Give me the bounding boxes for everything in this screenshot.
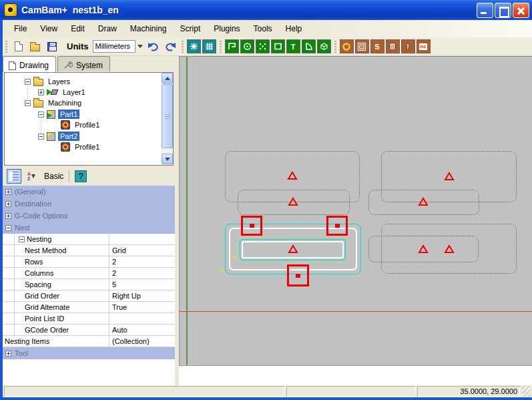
category-nest[interactable]: Nest bbox=[3, 222, 175, 234]
tab-drawing[interactable]: Drawing bbox=[3, 56, 56, 72]
mop-engrave-button[interactable]: S bbox=[370, 39, 384, 53]
expand-icon[interactable] bbox=[5, 189, 11, 195]
tree-scrollbar[interactable] bbox=[162, 73, 173, 165]
categorized-view-button[interactable] bbox=[7, 169, 21, 184]
tree-node-label[interactable]: Profile1 bbox=[73, 120, 101, 130]
expand-icon[interactable] bbox=[5, 201, 11, 207]
category-gcode-options[interactable]: G-Code Options bbox=[3, 210, 175, 222]
draw-rectangle-button[interactable] bbox=[271, 39, 285, 53]
snap-to-points-button[interactable] bbox=[187, 39, 201, 53]
property-row-point-list-id[interactable]: Point List ID bbox=[3, 313, 175, 325]
property-row-nesting[interactable]: Nesting bbox=[3, 234, 175, 245]
title-bar[interactable]: CamBam+ nest1b_en bbox=[0, 0, 532, 20]
menu-view[interactable]: View bbox=[34, 21, 63, 36]
mop-drill-button[interactable] bbox=[386, 39, 400, 53]
alphabetical-view-button[interactable]: AZ bbox=[24, 169, 39, 184]
property-value[interactable]: True bbox=[109, 302, 175, 313]
collapse-icon[interactable] bbox=[38, 134, 44, 140]
property-value[interactable]: 2 bbox=[109, 268, 175, 278]
category-general[interactable]: (General) bbox=[3, 186, 175, 198]
draw-polyline-button[interactable] bbox=[225, 39, 239, 53]
snap-to-grid-button[interactable] bbox=[202, 39, 216, 53]
tree-node-label[interactable]: Part2 bbox=[58, 132, 79, 141]
toolbar-grip[interactable] bbox=[220, 41, 222, 53]
tree-node-part1[interactable]: Part1 bbox=[38, 109, 79, 120]
draw-arc-button[interactable] bbox=[302, 39, 316, 53]
tree-node-machining[interactable]: Machining bbox=[25, 97, 83, 108]
property-row-rows[interactable]: Rows 2 bbox=[3, 256, 175, 268]
toolbar-grip[interactable] bbox=[334, 41, 336, 53]
toolbar-grip[interactable] bbox=[182, 41, 184, 53]
menu-machining[interactable]: Machining bbox=[124, 21, 173, 36]
new-file-button[interactable] bbox=[11, 39, 26, 54]
menu-draw[interactable]: Draw bbox=[92, 21, 123, 36]
tree-node-layer1[interactable]: Layer1 bbox=[38, 87, 87, 97]
menu-script[interactable]: Script bbox=[174, 21, 207, 36]
property-value[interactable]: Right Up bbox=[109, 290, 175, 301]
property-row-columns[interactable]: Columns 2 bbox=[3, 268, 175, 279]
minimize-button[interactable] bbox=[477, 3, 493, 18]
toolbar-grip[interactable] bbox=[5, 41, 7, 53]
expand-icon[interactable] bbox=[5, 213, 11, 219]
property-row-spacing[interactable]: Spacing 5 bbox=[3, 279, 175, 290]
collapse-icon[interactable] bbox=[5, 225, 11, 231]
units-combo-arrow[interactable] bbox=[136, 40, 146, 53]
menu-tools[interactable]: Tools bbox=[248, 21, 278, 36]
units-combobox[interactable]: Millimeters bbox=[93, 40, 136, 53]
generate-gcode-button[interactable]: nc bbox=[417, 39, 431, 53]
undo-button[interactable] bbox=[146, 39, 162, 54]
draw-point-list-button[interactable] bbox=[256, 39, 270, 53]
expand-icon[interactable] bbox=[5, 351, 11, 357]
drawing-tree[interactable]: Layers Layer1 Machining Part1 Profile1 bbox=[4, 72, 174, 166]
tree-node-label[interactable]: Layer1 bbox=[61, 87, 87, 97]
tree-node-part2[interactable]: Part2 bbox=[38, 131, 79, 142]
property-row-grid-alternate[interactable]: Grid Alternate True bbox=[3, 302, 175, 313]
collapse-icon[interactable] bbox=[38, 112, 44, 118]
mop-profile-button[interactable] bbox=[340, 39, 354, 53]
collapse-icon[interactable] bbox=[25, 79, 31, 85]
help-button[interactable]: ? bbox=[75, 170, 87, 182]
menu-edit[interactable]: Edit bbox=[65, 21, 91, 36]
tree-node-profile1b[interactable]: Profile1 bbox=[61, 142, 101, 152]
tree-node-label[interactable]: Machining bbox=[46, 98, 83, 108]
save-file-button[interactable] bbox=[44, 39, 59, 54]
property-row-nest-method[interactable]: Nest Method Grid bbox=[3, 245, 175, 256]
scrollbar-thumb[interactable] bbox=[162, 84, 173, 148]
expand-icon[interactable] bbox=[38, 89, 44, 95]
tree-node-label[interactable]: Part1 bbox=[58, 110, 79, 119]
property-value[interactable]: 5 bbox=[109, 279, 175, 290]
collapse-icon[interactable] bbox=[19, 236, 25, 242]
draw-circle-button[interactable] bbox=[240, 39, 254, 53]
resize-grip[interactable] bbox=[522, 386, 531, 397]
tree-node-profile1[interactable]: Profile1 bbox=[61, 120, 101, 130]
redo-button[interactable] bbox=[163, 39, 178, 54]
tab-system[interactable]: System bbox=[57, 56, 110, 71]
scroll-down-button[interactable] bbox=[162, 154, 173, 164]
collapse-icon[interactable] bbox=[25, 100, 31, 106]
tree-node-layers[interactable]: Layers bbox=[25, 76, 72, 87]
property-value[interactable] bbox=[109, 313, 175, 324]
maximize-button[interactable] bbox=[495, 3, 511, 18]
property-value[interactable]: (Collection) bbox=[109, 336, 175, 347]
property-row-nesting-items[interactable]: Nesting Items (Collection) bbox=[3, 336, 175, 347]
menu-help[interactable]: Help bbox=[280, 21, 308, 36]
property-row-gcode-order[interactable]: GCode Order Auto bbox=[3, 325, 175, 336]
scroll-up-button[interactable] bbox=[162, 73, 173, 83]
mop-pocket-button[interactable] bbox=[355, 39, 369, 53]
open-file-button[interactable] bbox=[27, 39, 43, 54]
drawing-canvas[interactable] bbox=[179, 56, 532, 365]
draw-surface-button[interactable] bbox=[317, 39, 331, 53]
close-button[interactable] bbox=[513, 3, 529, 18]
mop-3dprofile-button[interactable] bbox=[401, 39, 415, 53]
menu-file[interactable]: File bbox=[8, 21, 33, 36]
property-value[interactable] bbox=[109, 234, 175, 244]
category-tool[interactable]: Tool bbox=[3, 347, 175, 359]
property-value[interactable]: Auto bbox=[109, 325, 175, 335]
property-value[interactable]: Grid bbox=[109, 245, 175, 256]
menu-plugins[interactable]: Plugins bbox=[208, 21, 246, 36]
draw-text-button[interactable]: T bbox=[286, 39, 300, 53]
tree-node-label[interactable]: Profile1 bbox=[73, 142, 101, 152]
property-value[interactable]: 2 bbox=[109, 256, 175, 267]
property-row-grid-order[interactable]: Grid Order Right Up bbox=[3, 290, 175, 302]
tree-node-label[interactable]: Layers bbox=[46, 77, 72, 86]
